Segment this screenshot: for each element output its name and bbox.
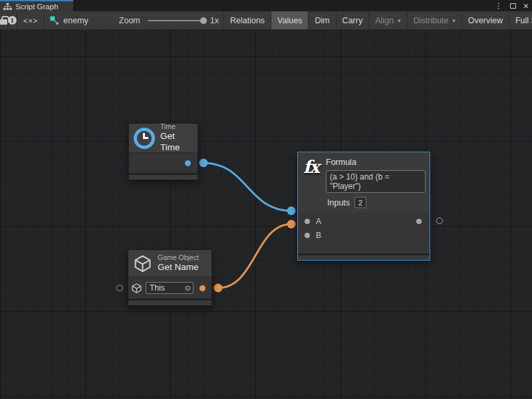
fullscreen-button[interactable]: Full Screen — [509, 11, 532, 29]
carry-button[interactable]: Carry — [336, 11, 370, 29]
edit-graph-button[interactable]: <×> — [17, 11, 45, 29]
wire-endpoint — [214, 284, 223, 293]
lock-button[interactable] — [0, 11, 8, 29]
relations-button[interactable]: Relations — [224, 11, 271, 29]
tab-script-graph[interactable]: Script Graph — [0, 0, 73, 11]
node-title: Formula — [326, 158, 424, 167]
node-title: Get Time — [160, 131, 191, 154]
unconnected-output-port[interactable] — [436, 217, 443, 224]
node-header[interactable]: Game Object Get Name — [128, 250, 211, 277]
graph-name: enemy — [63, 16, 88, 25]
output-port-value[interactable] — [185, 160, 191, 166]
clock-icon — [134, 128, 155, 149]
graph-hierarchy-icon — [3, 3, 12, 11]
formula-expression-input[interactable]: (a > 10) and (b = "Player") — [326, 170, 426, 193]
input-port-a[interactable] — [305, 219, 310, 224]
node-ports: A B — [298, 212, 430, 253]
node-get-time[interactable]: Time Get Time — [128, 123, 198, 180]
node-formula[interactable]: fx Formula (a > 10) and (b = "Player") I… — [297, 152, 430, 261]
values-button[interactable]: Values — [271, 11, 309, 29]
node-body — [129, 152, 198, 173]
target-object-field[interactable]: This ⊙ — [146, 282, 194, 294]
align-button[interactable]: Align ▾ — [369, 11, 407, 29]
node-header[interactable]: fx Formula (a > 10) and (b = "Player") I… — [298, 152, 430, 212]
lock-icon — [0, 19, 7, 25]
script-graph-asset-icon — [50, 16, 59, 25]
output-port-result[interactable] — [416, 219, 422, 224]
node-get-name[interactable]: Game Object Get Name This ⊙ — [128, 249, 212, 306]
info-button[interactable]: i — [8, 11, 17, 29]
wire-endpoint — [287, 207, 296, 215]
graph-toolbar: i <×> enemy Zoom 1x Relations Values Dim… — [0, 11, 532, 30]
graph-canvas[interactable]: Time Get Time fx Formula (a > 10) and (b… — [0, 30, 532, 399]
input-port-b[interactable] — [305, 233, 310, 238]
zoom-value: 1x — [206, 11, 224, 29]
node-footer — [298, 253, 430, 260]
wire-gettime-to-formula-a — [203, 163, 291, 211]
node-category: Game Object — [158, 253, 199, 262]
overview-button[interactable]: Overview — [462, 11, 509, 29]
zoom-slider-track[interactable] — [148, 20, 205, 21]
dim-button[interactable]: Dim — [309, 11, 336, 29]
inputs-label: Inputs — [327, 198, 350, 207]
zoom-slider-handle[interactable] — [200, 17, 207, 24]
fx-icon: fx — [303, 157, 319, 177]
node-category: Time — [160, 122, 191, 131]
node-title: Get Name — [158, 262, 199, 273]
node-header[interactable]: Time Get Time — [129, 124, 198, 152]
output-port-name[interactable] — [200, 285, 205, 291]
object-picker-icon[interactable]: ⊙ — [185, 284, 191, 293]
wire-endpoint — [287, 220, 296, 229]
wire-getname-to-formula-b — [218, 224, 291, 288]
port-row-b: B — [298, 228, 430, 242]
target-object-value: This — [150, 283, 165, 293]
node-footer — [128, 299, 211, 305]
chevron-down-icon: ▾ — [398, 17, 401, 24]
connection-wires — [0, 30, 532, 399]
distribute-button[interactable]: Distribute ▾ — [408, 11, 462, 29]
port-row-a: A — [298, 214, 430, 228]
window-menu-icon[interactable]: ⋮ — [495, 2, 503, 10]
chevron-down-icon: ▾ — [452, 17, 456, 24]
node-body: This ⊙ — [128, 277, 211, 299]
zoom-slider[interactable] — [146, 11, 206, 29]
wire-endpoint — [200, 159, 208, 168]
maximize-icon[interactable] — [510, 3, 516, 9]
game-object-icon — [133, 254, 152, 273]
tab-title: Script Graph — [15, 3, 59, 11]
zoom-label: Zoom — [113, 11, 146, 29]
info-icon: i — [8, 16, 17, 25]
graph-breadcrumb[interactable]: enemy — [45, 11, 94, 29]
unconnected-input-port[interactable] — [116, 285, 123, 291]
node-footer — [129, 173, 198, 180]
title-bar: Script Graph ⋮ × — [0, 0, 532, 11]
inputs-count-field[interactable]: 2 — [354, 197, 366, 208]
game-object-icon-small — [131, 283, 142, 294]
close-icon[interactable]: × — [523, 1, 529, 11]
